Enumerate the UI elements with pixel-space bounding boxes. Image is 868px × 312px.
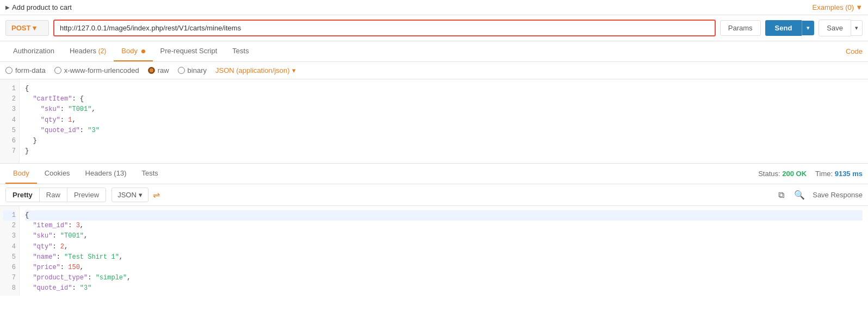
response-format-select[interactable]: JSON ▾	[111, 188, 148, 202]
request-line-numbers: 1234567	[0, 79, 20, 163]
request-tabs: Authorization Headers (2) Body Pre-reque…	[0, 41, 868, 62]
save-main-button[interactable]: Save	[819, 20, 851, 36]
view-raw-button[interactable]: Raw	[40, 188, 67, 202]
view-preview-button[interactable]: Preview	[67, 188, 106, 202]
send-button-group: Send ▾	[765, 20, 815, 36]
view-toggle: Pretty Raw Preview	[5, 188, 106, 202]
resp-tab-tests[interactable]: Tests	[134, 164, 165, 184]
save-dropdown-button[interactable]: ▾	[851, 20, 863, 36]
response-line-numbers: 123456789	[0, 206, 20, 296]
time-label: Time: 9135 ms	[815, 170, 863, 178]
response-code-editor[interactable]: 123456789 { "item_id": 3, "sku": "T001",…	[0, 206, 868, 296]
response-section: Body Cookies Headers (13) Tests Status: …	[0, 164, 868, 296]
examples-arrow-icon: ▼	[855, 3, 863, 11]
format-arrow-icon: ▾	[139, 191, 142, 199]
body-options: form-data x-www-form-urlencoded raw bina…	[0, 62, 868, 79]
send-main-button[interactable]: Send	[765, 20, 802, 36]
status-label: Status: 200 OK	[758, 170, 807, 178]
tab-pre-request[interactable]: Pre-request Script	[153, 41, 225, 61]
option-raw[interactable]: raw	[148, 66, 169, 74]
method-select[interactable]: POST ▾	[5, 20, 49, 36]
wrap-icon[interactable]: ⇌	[153, 190, 160, 200]
search-response-button[interactable]: 🔍	[792, 188, 807, 202]
expand-icon[interactable]: ▶	[5, 4, 10, 10]
examples-button[interactable]: Examples (0) ▼	[813, 3, 863, 11]
request-code-content[interactable]: { "cartItem": { "sku": "T001", "qty": 1,…	[20, 79, 868, 163]
code-link[interactable]: Code	[846, 47, 863, 55]
request-code-editor[interactable]: 1234567 { "cartItem": { "sku": "T001", "…	[0, 79, 868, 164]
json-format-select[interactable]: JSON (application/json) ▾	[215, 66, 296, 74]
option-x-www-form-urlencoded[interactable]: x-www-form-urlencoded	[54, 66, 139, 74]
json-format-arrow-icon: ▾	[292, 66, 296, 74]
resp-tab-headers[interactable]: Headers (13)	[78, 164, 134, 184]
request-bar: POST ▾ http://127.0.0.1/mage5/index.php/…	[0, 15, 868, 41]
option-binary[interactable]: binary	[178, 66, 207, 74]
view-pretty-button[interactable]: Pretty	[6, 188, 40, 202]
page-title: ▶ Add product to cart	[5, 3, 72, 11]
send-dropdown-button[interactable]: ▾	[802, 21, 814, 35]
top-bar: ▶ Add product to cart Examples (0) ▼	[0, 0, 868, 15]
save-button-group: Save ▾	[819, 20, 863, 36]
status-value: 200 OK	[782, 170, 807, 178]
tab-headers[interactable]: Headers (2)	[62, 41, 114, 61]
response-status-bar: Status: 200 OK Time: 9135 ms	[758, 170, 863, 178]
params-button[interactable]: Params	[720, 20, 761, 36]
time-value: 9135 ms	[835, 170, 863, 178]
response-header: Body Cookies Headers (13) Tests Status: …	[0, 164, 868, 184]
tab-authorization[interactable]: Authorization	[5, 41, 62, 61]
response-code-content[interactable]: { "item_id": 3, "sku": "T001", "qty": 2,…	[20, 206, 868, 296]
option-form-data[interactable]: form-data	[5, 66, 46, 74]
tab-tests[interactable]: Tests	[225, 41, 256, 61]
response-toolbar: Pretty Raw Preview JSON ▾ ⇌ ⧉ 🔍 Save Res…	[0, 184, 868, 206]
save-response-button[interactable]: Save Response	[813, 191, 863, 199]
resp-tab-body[interactable]: Body	[5, 164, 37, 184]
body-dot	[141, 49, 145, 53]
copy-response-button[interactable]: ⧉	[776, 188, 786, 202]
resp-tab-cookies[interactable]: Cookies	[37, 164, 78, 184]
method-arrow-icon: ▾	[33, 24, 36, 32]
url-input[interactable]: http://127.0.0.1/mage5/index.php/rest/V1…	[53, 20, 716, 36]
tab-body[interactable]: Body	[114, 41, 152, 61]
response-actions: ⧉ 🔍 Save Response	[776, 188, 863, 202]
